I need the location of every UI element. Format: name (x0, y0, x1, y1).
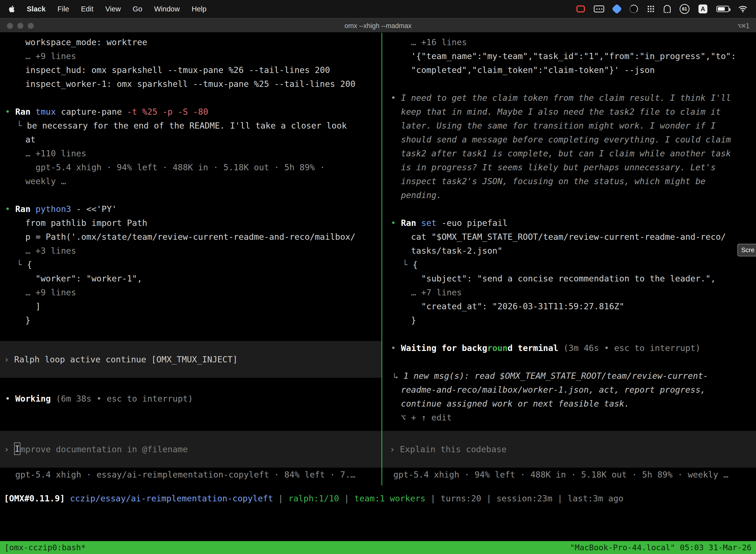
bullet-icon: • (391, 91, 396, 105)
menu-item-help[interactable]: Help (192, 5, 207, 13)
tmux-session-name: [omx-cczip0:bash* (4, 543, 86, 552)
collapsed-lines-indicator: … +16 lines (386, 35, 756, 49)
omx-status-line: [OMX#0.11.9] cczip/essay/ai-reimplementa… (0, 491, 756, 505)
usage-stats-line: weekly … (0, 174, 381, 188)
mailbox-message-line: readme-and-reco/mailbox/worker-1.json, a… (386, 383, 756, 397)
screen-recording-icon[interactable] (576, 5, 585, 12)
ghost-icon[interactable] (664, 5, 671, 13)
menu-app-name[interactable]: Slack (27, 5, 46, 13)
window-shortcut: ⌥⌘1 (737, 22, 756, 30)
menu-item-go[interactable]: Go (133, 5, 142, 13)
tmux-host-clock: "MacBook-Pro-44.local" 05:03 31-Mar-26 (570, 543, 752, 552)
output-line: "worker": "worker-1", (0, 272, 381, 285)
bullet-icon: • (5, 107, 10, 117)
terminal-line: inspect_worker-1: omx sparkshell --tmux-… (0, 77, 381, 91)
output-line: ] (0, 299, 381, 313)
pane-footer-right: gpt-5.4 xhigh · 94% left · 488K in · 5.1… (386, 467, 756, 482)
collapsed-lines-indicator: … +9 lines (0, 49, 381, 63)
omx-version: [OMX#0.11.9] (4, 493, 65, 503)
elbow-icon: └ (402, 260, 407, 270)
omx-session-path: cczip/essay/ai-reimplementation-copyleft (70, 493, 273, 503)
menu-left: Slack File Edit View Go Window Help (8, 5, 206, 13)
ran-command-line: • Ran python3 - <<'PY' (0, 202, 381, 216)
bullet-icon: • (5, 394, 10, 403)
ran-command-line: • Ran tmux capture-pane -t %25 -p -S -80 (0, 105, 381, 119)
working-status-line: • Working (6m 38s • esc to interrupt) (0, 392, 381, 405)
arrow-icon: ↳ (393, 371, 398, 381)
menu-status-icons: 61 A (576, 4, 748, 14)
bullet-icon: • (391, 343, 396, 353)
menu-item-file[interactable]: File (58, 5, 69, 13)
code-line: "completed","claim_token":"claim-token"}… (386, 63, 756, 77)
terminal-window: omx --xhigh --madmax ⌥⌘1 workspace_mode:… (0, 19, 756, 554)
code-line: cat "$OMX_TEAM_STATE_ROOT/team/review-cu… (386, 230, 756, 244)
chevron-icon: › (4, 444, 9, 454)
output-line: "created_at": "2026-03-31T11:59:27.816Z" (386, 299, 756, 313)
collapsed-lines-indicator: … +3 lines (0, 244, 381, 258)
ran-command-line: • Ran set -euo pipefail (386, 216, 756, 230)
omx-team-workers: team:1 workers (355, 493, 426, 503)
omx-ralph-count: ralph:1/10 (288, 493, 339, 503)
prompt-input-left[interactable]: ›Improve documentation in @filename (0, 431, 381, 467)
input-source-icon[interactable]: A (698, 4, 707, 13)
bullet-icon: • (5, 204, 10, 214)
mailbox-message-line: continue assigned work or next feasible … (386, 397, 756, 410)
pane-row: workspace_mode: worktree … +9 lines insp… (0, 33, 756, 486)
output-line: } (0, 313, 381, 327)
text-cursor: I (14, 443, 20, 455)
zoom-button[interactable] (28, 23, 34, 29)
minimize-button[interactable] (17, 23, 23, 29)
close-button[interactable] (7, 23, 13, 29)
reasoning-text: •I need to get the claim token from the … (401, 91, 736, 202)
code-line: tasks/task-2.json" (386, 244, 756, 258)
window-controls (0, 23, 34, 29)
wifi-icon[interactable] (738, 5, 748, 13)
elbow-icon: └ (17, 121, 22, 130)
menu-item-window[interactable]: Window (154, 5, 180, 13)
prompt-input-right[interactable]: ›Explain this codebase (382, 431, 756, 467)
collapsed-lines-indicator: … +9 lines (0, 285, 381, 299)
omx-turns: turns:20 (441, 493, 482, 503)
keyboard-icon[interactable] (594, 5, 604, 12)
menu-item-edit[interactable]: Edit (81, 5, 93, 13)
output-line: "subject": "send a concise recommendatio… (386, 272, 756, 285)
badge-61-icon[interactable]: 61 (680, 4, 690, 14)
terminal-pane-right[interactable]: … +16 lines '{"team_name":"my-team","tas… (382, 33, 756, 486)
waiting-status-line: • Waiting for background terminal (3m 46… (386, 341, 756, 355)
chevron-icon: › (390, 444, 395, 454)
raycast-icon[interactable] (613, 5, 621, 13)
edit-hint-line: ⌥ + ↑ edit (386, 410, 756, 425)
menu-bar: Slack File Edit View Go Window Help 61 A (0, 0, 756, 18)
output-line: └ be necessary for the end of the README… (0, 119, 381, 132)
pane-bottom-left: ›Improve documentation in @filename gpt-… (0, 431, 381, 486)
elbow-icon: └ (17, 260, 22, 270)
window-titlebar: omx --xhigh --madmax ⌥⌘1 (0, 19, 756, 33)
screenshot-tooltip: Scre (737, 244, 756, 257)
code-line: from pathlib import Path (0, 216, 381, 230)
window-title: omx --xhigh --madmax (0, 22, 756, 30)
code-line: p = Path('.omx/state/team/review-current… (0, 230, 381, 244)
collapsed-lines-indicator: … +110 lines (0, 147, 381, 160)
omx-session-time: session:23m (497, 493, 552, 503)
terminal-line: inspect_hud: omx sparkshell --tmux-pane … (0, 63, 381, 77)
app-circle-icon[interactable] (630, 5, 638, 13)
apple-menu-icon[interactable] (8, 5, 15, 13)
collapsed-lines-indicator: … +7 lines (386, 285, 756, 299)
menu-item-view[interactable]: View (106, 5, 121, 13)
output-line: at (0, 132, 381, 147)
output-line: └ { (0, 258, 381, 272)
prompt-history-item: ›Ralph loop active continue [OMX_TMUX_IN… (0, 341, 381, 378)
omx-last-activity: last:3m ago (567, 493, 623, 503)
tmux-status-bar: [omx-cczip0:bash* "MacBook-Pro-44.local"… (0, 541, 756, 554)
mailbox-message-line: ↳ 1 new msg(s): read $OMX_TEAM_STATE_ROO… (386, 369, 756, 383)
terminal-line: workspace_mode: worktree (0, 35, 381, 49)
dots-grid-icon[interactable] (647, 5, 655, 13)
bullet-icon: • (391, 218, 396, 228)
pane-footer-left: gpt-5.4 xhigh · essay/ai-reimplementatio… (0, 467, 381, 482)
chevron-icon: › (4, 354, 9, 365)
output-line: } (386, 313, 756, 327)
terminal-pane-left[interactable]: workspace_mode: worktree … +9 lines insp… (0, 33, 381, 486)
code-line: '{"team_name":"my-team","task_id":"1","f… (386, 49, 756, 63)
usage-stats-line: gpt-5.4 xhigh · 94% left · 488K in · 5.1… (0, 160, 381, 174)
battery-icon[interactable] (716, 6, 729, 12)
